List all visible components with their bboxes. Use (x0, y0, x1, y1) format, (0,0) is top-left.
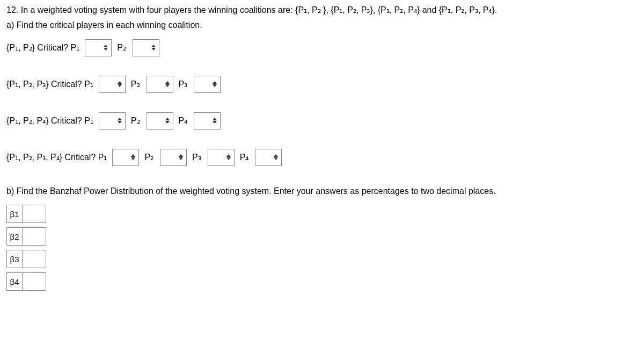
updown-icon (151, 45, 159, 51)
coalition-row: {P₁, P₂} Critical? P₁ P₂ (6, 39, 638, 56)
updown-icon (179, 154, 186, 160)
beta3-input[interactable] (23, 250, 46, 268)
coalition-label: {P₁, P₂, P₃} Critical? P₁ (6, 79, 93, 89)
part-b-prompt: b) Find the Banzhaf Power Distribution o… (6, 185, 638, 197)
problem-statement: 12. In a weighted voting system with fou… (6, 4, 638, 16)
critical-select-p4[interactable] (255, 149, 282, 166)
player-label: P₃ (179, 79, 188, 89)
beta-row: β2 (6, 227, 638, 246)
beta1-label: β1 (6, 205, 23, 223)
updown-icon (226, 154, 234, 160)
critical-select-p1[interactable] (99, 112, 126, 129)
beta3-label: β3 (6, 250, 23, 268)
beta-row: β4 (6, 272, 638, 291)
coalition-label: {P₁, P₂, P₄} Critical? P₁ (6, 116, 93, 126)
player-label: P₄ (240, 152, 249, 162)
coalition-label: {P₁, P₂, P₃, P₄} Critical? P₁ (6, 152, 107, 162)
updown-icon (104, 45, 111, 51)
updown-icon (118, 81, 125, 87)
critical-select-p2[interactable] (160, 149, 187, 166)
critical-select-p1[interactable] (112, 149, 139, 166)
beta-row: β1 (6, 205, 638, 223)
beta4-label: β4 (6, 272, 23, 291)
coalition-row: {P₁, P₂, P₃, P₄} Critical? P₁ P₂ P₃ P₄ (6, 149, 638, 166)
critical-select-p4[interactable] (194, 112, 221, 129)
critical-select-p3[interactable] (208, 149, 235, 166)
player-label: P₂ (131, 116, 140, 126)
critical-select-p2[interactable] (147, 112, 173, 129)
updown-icon (118, 118, 125, 124)
player-label: P₂ (131, 79, 140, 89)
player-label: P₂ (117, 42, 126, 53)
player-label: P₂ (144, 152, 153, 162)
updown-icon (131, 154, 138, 160)
updown-icon (213, 118, 220, 124)
updown-icon (165, 118, 173, 124)
player-label: P₃ (192, 152, 201, 162)
coalition-label: {P₁, P₂} Critical? P₁ (6, 42, 79, 53)
critical-select-p2[interactable] (133, 39, 159, 56)
updown-icon (165, 81, 173, 87)
critical-select-p1[interactable] (99, 76, 126, 93)
critical-select-p1[interactable] (85, 39, 112, 56)
updown-icon (274, 154, 281, 160)
beta2-input[interactable] (23, 227, 46, 246)
critical-select-p2[interactable] (147, 76, 173, 93)
updown-icon (213, 81, 220, 87)
beta1-input[interactable] (23, 205, 46, 223)
beta4-input[interactable] (23, 272, 46, 291)
critical-select-p3[interactable] (194, 76, 221, 93)
beta-row: β3 (6, 250, 638, 268)
part-a-prompt: a) Find the critical players in each win… (6, 19, 638, 31)
player-label: P₄ (179, 116, 188, 126)
coalition-row: {P₁, P₂, P₄} Critical? P₁ P₂ P₄ (6, 112, 638, 129)
beta2-label: β2 (6, 227, 23, 246)
coalition-row: {P₁, P₂, P₃} Critical? P₁ P₂ P₃ (6, 76, 638, 93)
